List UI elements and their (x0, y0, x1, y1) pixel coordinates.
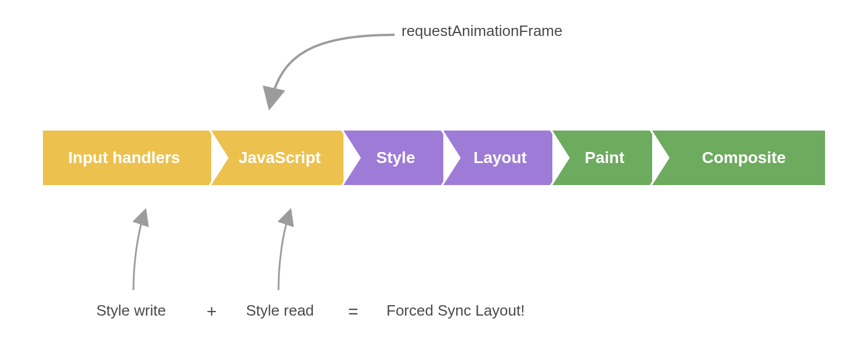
arrow-style-read-icon (0, 0, 868, 351)
equals-label: = (348, 302, 359, 321)
plus-label: + (207, 302, 217, 321)
style-write-label: Style write (96, 302, 166, 320)
style-read-label: Style read (246, 302, 314, 320)
fsl-label: Forced Sync Layout! (386, 302, 525, 320)
